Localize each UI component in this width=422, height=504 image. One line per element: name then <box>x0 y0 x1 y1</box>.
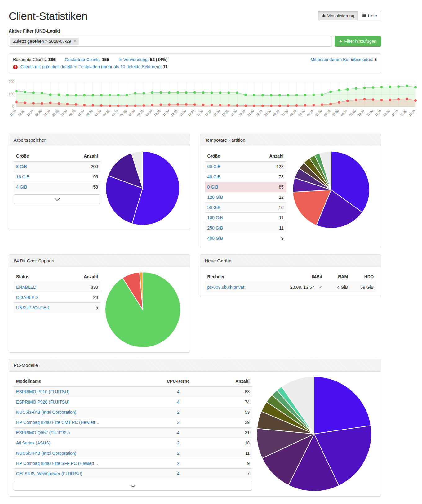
svg-text:19:20: 19:20 <box>230 109 238 117</box>
status-link[interactable]: DISABLED <box>16 295 38 300</box>
svg-text:08:20: 08:20 <box>136 109 144 117</box>
size-link[interactable]: 250 GiB <box>207 225 223 230</box>
list-toggle-button[interactable]: Liste <box>358 11 381 20</box>
summary-panel: Bekannte Clients: 366 Gestartete Clients… <box>9 53 381 73</box>
svg-text:20:20: 20:20 <box>238 109 246 117</box>
hdd-column-header: HDD <box>350 272 376 282</box>
in-use-clients-link[interactable]: In Verwendung: <box>118 57 149 62</box>
size-link[interactable]: 16 GiB <box>16 174 29 179</box>
svg-text:23:20: 23:20 <box>264 109 272 117</box>
size-link[interactable]: 0 GiB <box>207 185 218 190</box>
count-cell: 5 <box>71 303 100 313</box>
model-link[interactable]: HP Compaq 8200 Elite SFF PC (Hewlett… <box>16 461 98 466</box>
status-link[interactable]: ENABLED <box>16 285 36 290</box>
size-column-header: Größe <box>205 151 247 161</box>
model-link[interactable]: NUC5i3RYB (Intel Corporation) <box>16 410 76 415</box>
neue-geraete-panel-body: Rechner 64Bit RAM HDD pc-003.ub.ch.priva… <box>200 267 381 297</box>
arbeitsspeicher-table-col: Größe Anzahl 8 GiB 200 <box>14 151 100 225</box>
svg-text:09:20: 09:20 <box>349 109 357 117</box>
filter-chip-label: Zuletzt gesehen > 2018-07-29 <box>13 39 71 44</box>
neue-geraete-panel: Neue Geräte Rechner 64Bit RAM HDD pc-003… <box>200 254 381 297</box>
cpu-cores-link[interactable]: 4 <box>177 389 180 394</box>
filter-remove-icon[interactable]: × <box>74 39 76 43</box>
count-cell: 53 <box>204 407 252 417</box>
clients-timeline-chart: 010020017:2018:2019:2020:2021:2022:2023:… <box>9 79 420 128</box>
neue-geraete-table: Rechner 64Bit RAM HDD pc-003.ub.ch.priva… <box>205 272 376 292</box>
page-header: Client-Statistiken Visualisierung Liste <box>9 0 381 27</box>
arbeitsspeicher-table: Größe Anzahl 8 GiB 200 <box>14 151 100 192</box>
arbeitsspeicher-pie-chart <box>100 151 185 225</box>
expand-rows-button[interactable] <box>14 481 252 491</box>
visualization-label: Visualisierung <box>327 13 354 18</box>
filter-chip[interactable]: Zuletzt gesehen > 2018-07-29 × <box>10 38 79 45</box>
svg-text:14:20: 14:20 <box>187 109 195 117</box>
svg-text:02:20: 02:20 <box>289 109 297 117</box>
gast-support-table-col: Status Anzahl ENABLED 333 <box>14 272 100 348</box>
pc-modelle-pie-chart <box>252 376 376 492</box>
cpu-cores-link[interactable]: 2 <box>177 410 180 415</box>
model-link[interactable]: CELSIUS_W550power (FUJITSU) <box>16 471 82 476</box>
count-column-header: Anzahl <box>247 151 286 161</box>
svg-text:18:20: 18:20 <box>17 109 25 117</box>
size-link[interactable]: 8 GiB <box>16 164 27 169</box>
add-filter-button[interactable]: + Filter hinzufügen <box>335 36 381 47</box>
model-link[interactable]: NUC5i5RYB (Intel Corporation) <box>16 451 76 456</box>
ram-column-header: RAM <box>325 272 350 282</box>
rechner-column-header: Rechner <box>205 272 282 282</box>
cpu-cores-link[interactable]: 4 <box>177 471 180 476</box>
count-column-header: Anzahl <box>56 151 100 161</box>
table-row: 40 GiB 78 <box>205 172 286 182</box>
size-link[interactable]: 4 GiB <box>16 185 27 190</box>
pc-modelle-panel-body: Modellname CPU-Kerne Anzahl ESPRIMO P910… <box>9 372 381 496</box>
svg-text:13:20: 13:20 <box>383 109 391 117</box>
svg-text:23:20: 23:20 <box>60 109 68 117</box>
active-filters-label: Aktive Filter (UND-Logik) <box>9 29 381 33</box>
cpu-cores-link[interactable]: 2 <box>177 461 180 466</box>
svg-text:17:20: 17:20 <box>213 109 221 117</box>
count-cell: 11 <box>247 213 286 223</box>
size-link[interactable]: 100 GiB <box>207 215 223 220</box>
visualization-toggle-button[interactable]: Visualisierung <box>318 11 358 20</box>
size-link[interactable]: 40 GiB <box>207 174 221 179</box>
size-link[interactable]: 120 GiB <box>207 195 223 200</box>
expand-rows-button[interactable] <box>14 194 100 204</box>
page-title: Client-Statistiken <box>9 10 87 22</box>
ram-cell: 4 GiB <box>325 282 350 292</box>
count-cell: 11 <box>204 448 252 458</box>
cpu-cores-link[interactable]: 4 <box>177 430 180 435</box>
temp-partition-table-col: Größe Anzahl 60 GiB 128 <box>205 151 286 243</box>
model-link[interactable]: HP Compaq 8200 Elite CMT PC (Hewlett… <box>16 420 100 425</box>
cpu-cores-link[interactable]: 2 <box>177 440 180 445</box>
table-row: pc-003.ub.ch.privat 20.08. 13:57 ✓ 4 GiB… <box>205 282 376 292</box>
size-link[interactable]: 400 GiB <box>207 236 223 241</box>
model-link[interactable]: ESPRIMO P920 (FUJITSU) <box>16 399 69 404</box>
known-clients-label: Bekannte Clients: <box>13 57 47 62</box>
pc-modelle-table: Modellname CPU-Kerne Anzahl ESPRIMO P910… <box>14 376 252 479</box>
list-icon <box>362 13 366 18</box>
table-row: 0 GiB 65 <box>205 182 286 192</box>
status-link[interactable]: UNSUPPORTED <box>16 305 49 310</box>
cpu-cores-link[interactable]: 4 <box>177 399 180 404</box>
size-link[interactable]: 50 GiB <box>207 205 221 210</box>
svg-text:11:20: 11:20 <box>162 109 170 117</box>
svg-text:20:20: 20:20 <box>34 109 42 117</box>
defect-clients-link[interactable]: Clients mit potentiell defekten Festplat… <box>20 64 162 69</box>
client-link[interactable]: pc-003.ub.ch.privat <box>207 285 244 290</box>
cpu-cores-link[interactable]: 2 <box>177 451 180 456</box>
table-row: NUC5i3RYB (Intel Corporation) 2 53 <box>14 407 252 417</box>
table-header-row: Rechner 64Bit RAM HDD <box>205 272 376 282</box>
special-mode-link[interactable]: Mit besonderem Betriebsmodus: <box>311 57 373 62</box>
started-clients-link[interactable]: Gestartete Clients: <box>65 57 101 62</box>
model-link[interactable]: All Series (ASUS) <box>16 440 50 445</box>
cpu-cores-link[interactable]: 3 <box>177 420 180 425</box>
table-row: 120 GiB 22 <box>205 192 286 203</box>
svg-text:15:20: 15:20 <box>400 109 408 117</box>
svg-text:03:20: 03:20 <box>94 109 102 117</box>
model-link[interactable]: ESPRIMO P910 (FUJITSU) <box>16 389 69 394</box>
svg-text:14:20: 14:20 <box>391 109 399 117</box>
size-link[interactable]: 60 GiB <box>207 164 221 169</box>
table-header-row: Größe Anzahl <box>205 151 286 161</box>
model-link[interactable]: ESPRIMO Q957 (FUJITSU) <box>16 430 70 435</box>
table-row: ESPRIMO Q957 (FUJITSU) 4 31 <box>14 428 252 438</box>
filter-input[interactable]: Zuletzt gesehen > 2018-07-29 × <box>9 36 332 47</box>
